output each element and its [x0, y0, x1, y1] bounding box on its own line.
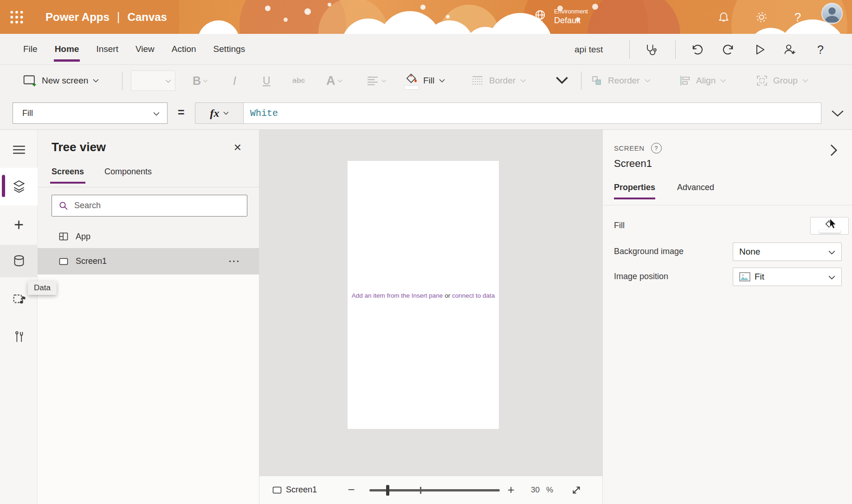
connect-to-data-link[interactable]: connect to data — [452, 292, 495, 299]
align-button[interactable]: Align — [678, 65, 726, 96]
chevron-down-icon — [645, 79, 651, 83]
fit-to-window-button[interactable] — [568, 482, 585, 499]
tab-properties[interactable]: Properties — [614, 183, 655, 199]
zoom-percent-sign: % — [546, 485, 553, 495]
rail-insert-button[interactable]: + — [0, 209, 38, 241]
undo-button[interactable] — [688, 40, 706, 59]
chevron-down-icon — [828, 250, 835, 255]
close-icon: × — [234, 140, 241, 154]
fill-current-color-swatch — [819, 230, 840, 233]
panel-collapse-button[interactable] — [827, 144, 841, 158]
fx-button[interactable]: fx — [195, 102, 244, 124]
tab-components[interactable]: Components — [104, 167, 152, 184]
rail-hamburger-button[interactable] — [0, 134, 38, 166]
tree-item-screen1[interactable]: Screen1 ··· — [38, 248, 259, 274]
italic-button[interactable]: I — [233, 65, 236, 96]
image-position-dropdown[interactable]: Fit — [733, 268, 842, 286]
database-icon — [12, 254, 26, 268]
tree-view-close-button[interactable]: × — [229, 139, 246, 156]
background-image-dropdown[interactable]: None — [733, 242, 842, 261]
zoom-slider-thumb[interactable] — [386, 485, 389, 496]
menu-home[interactable]: Home — [55, 34, 79, 64]
property-select[interactable]: Fill — [13, 102, 168, 124]
share-button[interactable] — [781, 40, 799, 59]
main-area: + — [0, 130, 852, 504]
zoom-in-button[interactable]: + — [503, 480, 519, 499]
group-button[interactable]: Group — [755, 65, 808, 96]
zoom-out-button[interactable]: − — [343, 480, 360, 499]
fill-color-button[interactable]: Fill — [405, 65, 445, 96]
border-button[interactable]: Border — [471, 65, 526, 96]
environment-picker[interactable]: Environment Default — [533, 0, 588, 34]
tree-view-title: Tree view — [52, 140, 106, 154]
font-color-glyph: A — [326, 74, 336, 88]
menu-settings[interactable]: Settings — [213, 34, 245, 64]
menu-help-button[interactable]: ? — [811, 40, 830, 59]
menu-file[interactable]: File — [23, 34, 38, 64]
control-help-icon[interactable]: ? — [651, 143, 662, 153]
background-image-value: None — [739, 247, 760, 257]
image-icon — [739, 272, 750, 281]
chevron-down-icon — [165, 79, 171, 83]
text-align-button[interactable] — [366, 65, 387, 96]
bold-glyph: B — [193, 74, 201, 88]
undo-icon — [691, 44, 703, 56]
chevron-down-icon — [831, 109, 845, 118]
rail-advanced-tools-button[interactable] — [0, 321, 38, 353]
data-tooltip: Data — [28, 281, 57, 295]
divider — [581, 71, 581, 90]
formula-input[interactable] — [243, 102, 821, 124]
strikethrough-button[interactable]: abc — [292, 65, 305, 96]
control-type-label: SCREEN — [614, 144, 645, 152]
fill-current-color-swatch — [405, 86, 419, 89]
tab-advanced[interactable]: Advanced — [677, 183, 714, 199]
tree-item-more-button[interactable]: ··· — [229, 256, 240, 267]
equals-sign: = — [178, 106, 185, 119]
selected-control-name: Screen1 — [614, 158, 652, 170]
rail-data-button[interactable] — [0, 245, 38, 277]
settings-button[interactable] — [753, 8, 770, 26]
screen-preview[interactable]: Add an item from the Insert pane or conn… — [348, 161, 499, 429]
divider — [38, 187, 259, 187]
strikethrough-glyph: abc — [292, 77, 305, 85]
fill-label: Fill — [423, 76, 434, 86]
statusbar-screen-label: Screen1 — [286, 485, 317, 495]
bold-button[interactable]: B — [193, 65, 208, 96]
rail-tree-view-button[interactable] — [0, 168, 38, 205]
more-commands-button[interactable] — [555, 65, 569, 96]
divider — [675, 40, 676, 59]
divider — [603, 205, 852, 205]
screen-icon — [271, 485, 283, 498]
app-checker-button[interactable] — [641, 40, 660, 59]
globe-icon — [533, 9, 548, 26]
new-screen-label: New screen — [42, 76, 88, 86]
layers-icon — [12, 179, 26, 194]
image-position-value: Fit — [755, 272, 764, 282]
formula-bar-expand-button[interactable] — [830, 108, 846, 120]
tree-item-app[interactable]: App — [38, 226, 259, 247]
notifications-button[interactable] — [715, 8, 732, 26]
new-screen-button[interactable]: New screen — [22, 65, 99, 96]
app-icon — [58, 231, 69, 242]
header-help-button[interactable]: ? — [789, 8, 807, 26]
underline-button[interactable]: U — [263, 65, 271, 96]
plus-icon: + — [14, 215, 24, 235]
hamburger-icon — [12, 145, 26, 155]
reorder-button[interactable]: Reorder — [590, 65, 651, 96]
waffle-menu-icon[interactable] — [6, 7, 27, 27]
menu-view[interactable]: View — [136, 34, 155, 64]
play-preview-button[interactable] — [751, 40, 769, 59]
insert-pane-link[interactable]: Add an item from the Insert pane — [352, 292, 443, 299]
user-avatar[interactable] — [821, 3, 843, 24]
fill-color-picker-button[interactable] — [810, 217, 849, 235]
redo-button[interactable] — [719, 40, 738, 59]
menu-insert[interactable]: Insert — [96, 34, 118, 64]
canvas-area: Add an item from the Insert pane or conn… — [259, 130, 602, 504]
image-position-field-label: Image position — [614, 272, 668, 281]
font-color-button[interactable]: A — [326, 65, 342, 96]
font-size-select[interactable] — [131, 70, 175, 91]
menu-action[interactable]: Action — [172, 34, 196, 64]
mode-name: Canvas — [128, 11, 167, 24]
tab-screens[interactable]: Screens — [52, 167, 84, 184]
search-input[interactable] — [74, 201, 232, 211]
